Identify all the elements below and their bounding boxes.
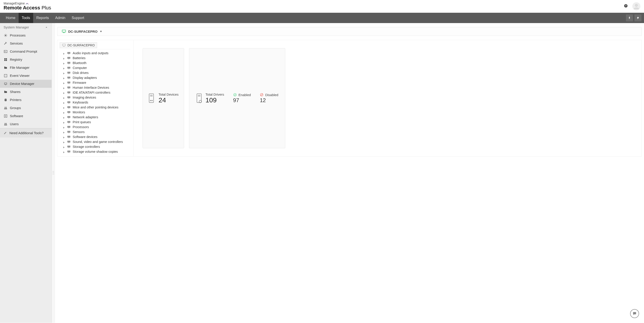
tree-item[interactable]: Human Interface Devices: [60, 85, 130, 90]
tree-item-label: Firmware: [73, 81, 86, 84]
sidebar-collapse-handle[interactable]: [52, 23, 55, 323]
tree-item-label: Batteries: [73, 56, 86, 60]
tree-item[interactable]: Processors: [60, 125, 130, 129]
user-avatar[interactable]: [632, 2, 640, 10]
tree-item[interactable]: Bluetooth: [60, 60, 130, 65]
tree-item[interactable]: Sound, video and game controllers: [60, 139, 130, 144]
svg-rect-62: [67, 121, 70, 123]
rocket-button[interactable]: [626, 14, 633, 21]
device-category-icon: [67, 96, 71, 99]
tree-item[interactable]: Batteries: [60, 55, 130, 60]
app-header: ManageEngine Remote Access Plus ?: [0, 0, 644, 13]
brand-swoosh-icon: [26, 2, 29, 5]
sidebar-item-users[interactable]: Users: [0, 120, 52, 128]
sidebar-item-shares[interactable]: Shares: [0, 88, 52, 96]
sidebar-item-label: Users: [10, 122, 18, 126]
tree-item[interactable]: Computer: [60, 65, 130, 70]
nav-home[interactable]: Home: [3, 13, 18, 23]
host-selector[interactable]: DC-SURFACEPRO ▼: [57, 27, 642, 36]
nav-tools[interactable]: Tools: [18, 13, 33, 23]
tree-item[interactable]: Monitors: [60, 110, 130, 115]
tree-item[interactable]: Storage controllers: [60, 144, 130, 149]
expand-icon: [63, 96, 65, 99]
printer-icon: [4, 98, 8, 102]
svg-rect-38: [67, 62, 70, 64]
chat-icon: [632, 311, 637, 316]
header-right: ?: [624, 2, 640, 10]
tree-item[interactable]: Firmware: [60, 80, 130, 85]
tree-item[interactable]: Sensors: [60, 129, 130, 134]
tree-item[interactable]: Mice and other pointing devices: [60, 105, 130, 110]
tree-item[interactable]: Network adapters: [60, 115, 130, 120]
svg-rect-43: [68, 74, 69, 74]
tree-item[interactable]: Audio inputs and outputs: [60, 51, 130, 55]
chat-fab[interactable]: [630, 309, 639, 318]
tree-root-tab[interactable]: DC-SURFACEPRO: [60, 42, 97, 48]
nav-bar: Home Tools Reports Admin Support: [0, 13, 644, 23]
sidebar-item-file-manager[interactable]: File Manager: [0, 64, 52, 72]
sidebar-item-processes[interactable]: Processes: [0, 31, 52, 39]
monitor-icon: [62, 30, 66, 33]
svg-rect-74: [67, 151, 70, 152]
svg-rect-67: [68, 133, 69, 133]
device-icon: [4, 82, 8, 86]
help-icon[interactable]: ?: [624, 4, 628, 9]
tree-item[interactable]: IDE ATA/ATAPI controllers: [60, 90, 130, 95]
device-category-icon: [67, 76, 71, 79]
svg-rect-44: [67, 77, 70, 78]
sidebar-item-label: Processes: [10, 33, 26, 37]
sidebar-item-label: Services: [10, 41, 23, 45]
device-category-icon: [67, 56, 71, 60]
sidebar-footer-label: Need Additional Tools?: [10, 131, 44, 135]
sidebar-footer[interactable]: Need Additional Tools?: [0, 128, 52, 138]
folder-icon: [4, 66, 8, 70]
nav-reports[interactable]: Reports: [33, 13, 52, 23]
sidebar-item-registry[interactable]: Registry: [0, 55, 52, 64]
svg-rect-40: [67, 67, 70, 68]
expand-icon: [63, 131, 65, 133]
sidebar-header[interactable]: System Manager: [0, 23, 52, 31]
sidebar-item-printers[interactable]: Printers: [0, 96, 52, 104]
caret-down-icon: ▼: [100, 30, 102, 33]
tree-item-label: Mice and other pointing devices: [73, 105, 118, 109]
tree-item[interactable]: Imaging devices: [60, 95, 130, 100]
svg-rect-64: [67, 126, 70, 128]
bolt-button[interactable]: [634, 14, 641, 21]
svg-rect-31: [62, 44, 65, 46]
sidebar-item-groups[interactable]: Groups: [0, 104, 52, 112]
svg-rect-26: [53, 174, 53, 174]
svg-point-79: [150, 100, 151, 101]
sidebar-item-event-viewer[interactable]: ! Event Viewer: [0, 72, 52, 80]
sidebar-item-device-manager[interactable]: Device Manager: [0, 80, 52, 88]
device-category-icon: [67, 81, 71, 84]
tree-item[interactable]: Print queues: [60, 120, 130, 125]
tree-item-label: Disk drives: [73, 71, 88, 75]
sidebar-item-software[interactable]: Software: [0, 112, 52, 120]
brand: ManageEngine Remote Access Plus: [4, 2, 51, 11]
tree-item[interactable]: Storage volume shadow copies: [60, 149, 130, 154]
pencil-icon: [4, 131, 7, 135]
sidebar-item-command-prompt[interactable]: Command Prompt: [0, 47, 52, 55]
tree-item-label: Computer: [73, 66, 87, 70]
sidebar-item-label: Device Manager: [10, 82, 34, 86]
total-devices-card: Total Devices 24: [142, 48, 184, 148]
device-category-icon: [67, 115, 71, 119]
expand-icon: [63, 116, 65, 118]
nav-support[interactable]: Support: [68, 13, 87, 23]
tree-item[interactable]: Keyboards: [60, 100, 130, 105]
tree-item[interactable]: Software devices: [60, 134, 130, 139]
tree-item[interactable]: Display adapters: [60, 75, 130, 80]
svg-rect-55: [68, 103, 69, 103]
expand-icon: [63, 57, 65, 59]
svg-rect-52: [67, 96, 70, 98]
expand-icon: [63, 136, 65, 138]
svg-rect-72: [67, 146, 70, 147]
svg-rect-6: [6, 58, 7, 59]
enabled-value: 97: [233, 97, 251, 103]
device-category-icon: [67, 66, 71, 70]
sidebar-item-services[interactable]: Services: [0, 39, 52, 47]
total-drivers-label: Total Drivers: [206, 92, 224, 96]
tree-item[interactable]: Disk drives: [60, 70, 130, 75]
svg-rect-24: [53, 172, 53, 173]
nav-admin[interactable]: Admin: [52, 13, 68, 23]
